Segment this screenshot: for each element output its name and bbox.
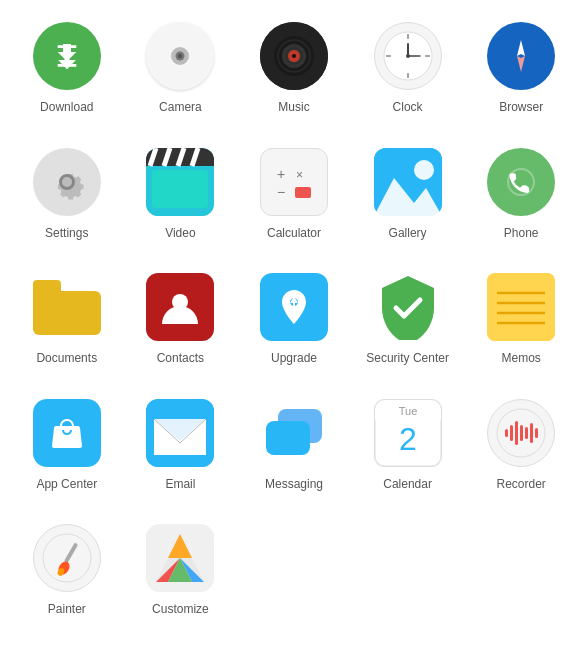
music-label: Music: [278, 100, 309, 116]
app-appcenter[interactable]: App Center: [10, 397, 124, 493]
svg-rect-39: [487, 273, 555, 341]
app-upgrade[interactable]: Upgrade: [237, 271, 351, 367]
contacts-icon: [146, 273, 214, 341]
recorder-icon: [487, 399, 555, 467]
app-phone[interactable]: Phone: [464, 146, 578, 242]
svg-rect-62: [520, 425, 523, 441]
app-browser[interactable]: Browser: [464, 20, 578, 116]
calculator-label: Calculator: [267, 226, 321, 242]
svg-text:−: −: [277, 184, 285, 200]
app-video[interactable]: Video: [124, 146, 238, 242]
svg-rect-33: [295, 187, 311, 198]
svg-point-10: [292, 54, 296, 58]
customize-icon: [146, 524, 214, 592]
calculator-icon: + × −: [260, 148, 328, 216]
browser-label: Browser: [499, 100, 543, 116]
contacts-label: Contacts: [157, 351, 204, 367]
video-icon: [146, 148, 214, 216]
appcenter-icon: [33, 399, 101, 467]
app-settings[interactable]: Settings: [10, 146, 124, 242]
svg-rect-29: [152, 170, 208, 208]
painter-label: Painter: [48, 602, 86, 618]
app-grid: Download Camera: [10, 20, 578, 618]
customize-label: Customize: [152, 602, 209, 618]
svg-text:Tue: Tue: [398, 405, 417, 417]
app-painter[interactable]: Painter: [10, 522, 124, 618]
camera-label: Camera: [159, 100, 202, 116]
messaging-label: Messaging: [265, 477, 323, 493]
app-email[interactable]: Email: [124, 397, 238, 493]
svg-text:×: ×: [296, 168, 303, 182]
app-camera[interactable]: Camera: [124, 20, 238, 116]
app-messaging[interactable]: Messaging: [237, 397, 351, 493]
documents-label: Documents: [36, 351, 97, 367]
phone-label: Phone: [504, 226, 539, 242]
security-label: Security Center: [366, 351, 449, 367]
svg-rect-60: [510, 425, 513, 441]
calendar-icon: Tue 2: [374, 399, 442, 467]
documents-icon: [33, 277, 101, 337]
phone-icon: [487, 148, 555, 216]
gallery-icon: [374, 148, 442, 216]
svg-rect-59: [505, 429, 508, 437]
svg-point-18: [406, 54, 410, 58]
settings-label: Settings: [45, 226, 88, 242]
svg-rect-63: [525, 427, 528, 439]
app-recorder[interactable]: Recorder: [464, 397, 578, 493]
camera-icon: [146, 22, 214, 90]
gallery-label: Gallery: [389, 226, 427, 242]
svg-text:+: +: [277, 166, 285, 182]
app-customize[interactable]: Customize: [124, 522, 238, 618]
app-music[interactable]: Music: [237, 20, 351, 116]
svg-rect-64: [530, 423, 533, 443]
download-label: Download: [40, 100, 93, 116]
recorder-label: Recorder: [497, 477, 546, 493]
svg-marker-52: [266, 451, 274, 455]
security-icon: [374, 273, 442, 341]
messaging-icon: [260, 399, 328, 467]
download-icon: [33, 22, 101, 90]
appcenter-label: App Center: [36, 477, 97, 493]
app-calendar[interactable]: Tue 2 Calendar: [351, 397, 465, 493]
svg-point-2: [178, 54, 183, 59]
clock-label: Clock: [393, 100, 423, 116]
svg-rect-51: [266, 421, 310, 455]
music-icon: [260, 22, 328, 90]
browser-icon: [487, 22, 555, 90]
clock-icon: [374, 22, 442, 90]
memos-icon: [487, 273, 555, 341]
app-gallery[interactable]: Gallery: [351, 146, 465, 242]
svg-rect-65: [535, 428, 538, 438]
upgrade-label: Upgrade: [271, 351, 317, 367]
upgrade-icon: [260, 273, 328, 341]
svg-text:2: 2: [399, 421, 417, 457]
calendar-label: Calendar: [383, 477, 432, 493]
app-calculator[interactable]: + × − Calculator: [237, 146, 351, 242]
memos-label: Memos: [502, 351, 541, 367]
email-label: Email: [165, 477, 195, 493]
app-clock[interactable]: Clock: [351, 20, 465, 116]
svg-point-36: [414, 160, 434, 180]
app-memos[interactable]: Memos: [464, 271, 578, 367]
painter-icon: [33, 524, 101, 592]
app-download[interactable]: Download: [10, 20, 124, 116]
video-label: Video: [165, 226, 195, 242]
svg-rect-61: [515, 421, 518, 445]
app-contacts[interactable]: Contacts: [124, 271, 238, 367]
settings-icon: [33, 148, 101, 216]
app-security[interactable]: Security Center: [351, 271, 465, 367]
email-icon: [146, 399, 214, 467]
app-documents[interactable]: Documents: [10, 271, 124, 367]
